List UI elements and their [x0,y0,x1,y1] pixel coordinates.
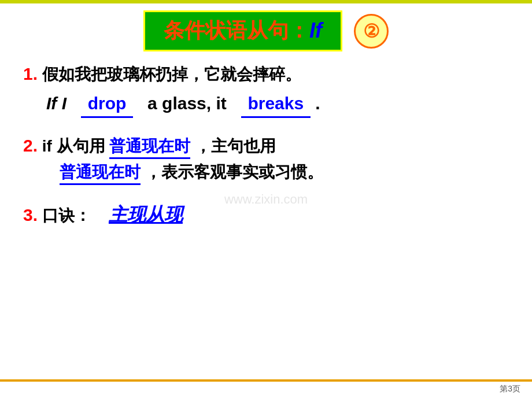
section1-if: If I [46,94,66,113]
section2-number: 2. [23,136,38,155]
section2-line2: 普通现在时 ，表示客观事实或习惯。 [46,161,509,185]
section1-english-line: If I drop a glass, it breaks . [46,90,509,118]
title-chinese: 条件状语从句： [164,19,309,42]
section2-line1: 2. if 从句用 普通现在时 ，主句也用 [23,135,509,159]
section2: 2. if 从句用 普通现在时 ，主句也用 普通现在时 ，表示客观事实或习惯。 [23,135,509,185]
section1: 1. 假如我把玻璃杯扔掉，它就会摔碎。 If I drop a glass, i… [23,64,509,118]
title-text: 条件状语从句：If [164,19,322,42]
title-if: If [309,19,322,42]
section1-middle: a glass, it [147,94,227,113]
top-border [0,0,532,3]
section1-number: 1. [23,64,38,83]
bottom-border [0,379,532,382]
section1-chinese: 假如我把玻璃杯扔掉，它就会摔碎。 [42,65,301,83]
section2-suffix: ，表示客观事实或习惯。 [145,163,323,181]
section1-suffix: . [315,94,320,113]
section2-prefix: if 从句用 [42,137,105,155]
section3-content: 主现从现 [109,204,183,225]
section1-blank2: breaks [241,90,311,118]
title-area: 条件状语从句：If ② [143,10,389,51]
section2-blank1: 普通现在时 [109,135,190,159]
section1-blank1: drop [81,90,133,118]
title-box: 条件状语从句：If [143,10,342,51]
section3: 3. 口诀： 主现从现 [23,202,509,228]
section2-line2-blank: 普通现在时 [60,161,141,185]
section1-chinese-line: 1. 假如我把玻璃杯扔掉，它就会摔碎。 [23,64,509,86]
section2-middle: ，主句也用 [195,137,276,155]
badge: ② [354,14,389,49]
section3-label: 口诀： [42,206,91,224]
page-number: 第3页 [500,384,520,394]
section3-number: 3. [23,205,38,224]
content-area: 1. 假如我把玻璃杯扔掉，它就会摔碎。 If I drop a glass, i… [23,64,509,228]
